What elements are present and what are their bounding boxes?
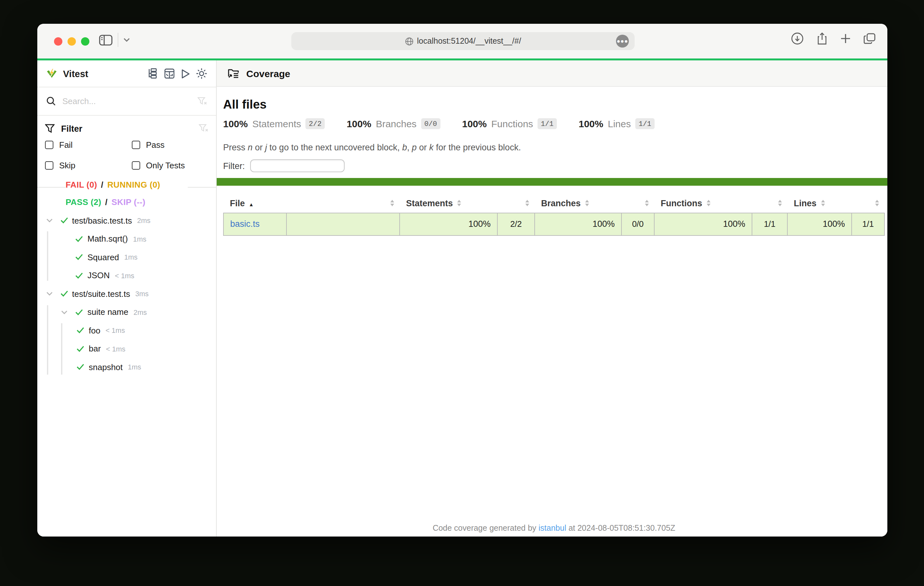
sort-icon[interactable] bbox=[707, 200, 711, 207]
filter-checkbox-skip[interactable]: Skip bbox=[45, 161, 132, 170]
check-icon bbox=[75, 309, 83, 316]
sort-icon[interactable] bbox=[457, 200, 462, 207]
branches-pct-cell: 100% bbox=[535, 213, 622, 235]
branches-frac-cell: 0/0 bbox=[622, 213, 654, 235]
search-icon bbox=[46, 96, 56, 106]
toolbar-divider bbox=[118, 33, 118, 47]
check-icon bbox=[61, 217, 68, 224]
check-icon bbox=[76, 328, 84, 334]
clear-filter-icon[interactable] bbox=[199, 124, 208, 133]
sort-icon[interactable] bbox=[525, 200, 530, 207]
address-bar-url: localhost:51204/__vitest__/#/ bbox=[417, 37, 521, 46]
table-filter-label: Filter: bbox=[223, 161, 245, 171]
tree-item-file[interactable]: test/suite.test.ts 3ms bbox=[37, 285, 216, 303]
tree-item-test[interactable]: JSON < 1ms bbox=[37, 266, 216, 285]
metric-lines: 100% Lines 1/1 bbox=[579, 118, 655, 129]
table-header-row: File▲ Statements Branches Functions Line… bbox=[223, 195, 884, 213]
sort-icon[interactable] bbox=[390, 200, 394, 207]
fraction-badge: 1/1 bbox=[635, 118, 655, 129]
tab-overview-icon[interactable] bbox=[863, 33, 876, 44]
check-icon bbox=[61, 291, 68, 297]
check-icon bbox=[75, 236, 83, 242]
filter-checkbox-only-tests[interactable]: Only Tests bbox=[132, 161, 208, 170]
tree-item-suite[interactable]: suite name 2ms bbox=[37, 303, 216, 321]
tree-item-test[interactable]: snapshot 1ms bbox=[37, 358, 216, 376]
column-header-branches[interactable]: Branches bbox=[535, 195, 622, 213]
check-icon bbox=[76, 364, 84, 370]
column-header-lines-frac[interactable] bbox=[851, 195, 884, 213]
zoom-window-button[interactable] bbox=[81, 37, 89, 46]
run-all-icon[interactable] bbox=[181, 68, 190, 79]
table-filter-input[interactable] bbox=[250, 160, 345, 172]
column-header-file[interactable]: File▲ bbox=[223, 195, 287, 213]
file-cell: basic.ts bbox=[223, 213, 287, 235]
column-header-functions-frac[interactable] bbox=[752, 195, 787, 213]
test-tree: test/basic.test.ts 2ms Math.sqrt() 1ms S… bbox=[37, 211, 216, 376]
share-icon[interactable] bbox=[817, 32, 828, 45]
search-row: Search... bbox=[37, 87, 216, 116]
sort-icon[interactable] bbox=[645, 200, 649, 207]
column-header-lines[interactable]: Lines bbox=[787, 195, 851, 213]
fraction-badge: 0/0 bbox=[421, 118, 441, 129]
column-header-statements-frac[interactable] bbox=[497, 195, 535, 213]
tree-item-test[interactable]: Squared 1ms bbox=[37, 248, 216, 266]
fail-count: FAIL (0) bbox=[66, 180, 97, 189]
lines-pct-cell: 100% bbox=[787, 213, 851, 235]
check-icon bbox=[76, 346, 84, 352]
desktop: localhost:51204/__vitest__/#/ ●●● bbox=[0, 0, 924, 586]
lines-frac-cell: 1/1 bbox=[851, 213, 884, 235]
theme-toggle-icon[interactable] bbox=[196, 68, 207, 79]
checkbox-icon[interactable] bbox=[132, 161, 140, 170]
filter-checkbox-pass[interactable]: Pass bbox=[132, 140, 208, 150]
chevron-down-icon[interactable] bbox=[46, 219, 53, 223]
page-settings-button[interactable]: ●●● bbox=[616, 35, 629, 48]
browser-window: localhost:51204/__vitest__/#/ ●●● bbox=[37, 24, 887, 537]
keyboard-hint: Press n or j to go to the next uncovered… bbox=[223, 143, 885, 152]
test-run-status: FAIL (0) / RUNNING (0) PASS (2) / SKIP (… bbox=[66, 175, 188, 211]
checkbox-icon[interactable] bbox=[45, 141, 53, 149]
column-header-chart[interactable] bbox=[287, 195, 399, 213]
new-tab-icon[interactable] bbox=[840, 33, 851, 44]
tree-item-test[interactable]: Math.sqrt() 1ms bbox=[37, 230, 216, 248]
tree-item-test[interactable]: bar < 1ms bbox=[37, 339, 216, 358]
globe-icon bbox=[405, 37, 413, 45]
chevron-down-icon[interactable] bbox=[46, 292, 53, 296]
filter-checkbox-fail[interactable]: Fail bbox=[45, 140, 132, 150]
statements-frac-cell: 2/2 bbox=[497, 213, 535, 235]
close-window-button[interactable] bbox=[54, 37, 63, 46]
sort-icon[interactable] bbox=[821, 200, 826, 207]
tree-view-icon[interactable] bbox=[147, 68, 158, 79]
column-header-branches-frac[interactable] bbox=[622, 195, 654, 213]
istanbul-link[interactable]: istanbul bbox=[538, 523, 566, 533]
coverage-navbar: Coverage bbox=[217, 60, 887, 87]
chevron-down-icon[interactable] bbox=[61, 310, 68, 314]
statements-pct-cell: 100% bbox=[399, 213, 497, 235]
checkbox-icon[interactable] bbox=[45, 161, 53, 170]
table-row: basic.ts 100% 2/2 100% 0/0 100% 1/1 100%… bbox=[223, 213, 884, 235]
minimize-window-button[interactable] bbox=[68, 37, 76, 46]
sidebar-dropdown-chevron-icon[interactable] bbox=[124, 38, 130, 42]
tree-item-test[interactable]: foo < 1ms bbox=[37, 321, 216, 339]
page-title: All files bbox=[223, 98, 885, 112]
check-icon bbox=[75, 272, 83, 279]
browser-toolbar: localhost:51204/__vitest__/#/ ●●● bbox=[37, 24, 887, 58]
tree-item-file[interactable]: test/basic.test.ts 2ms bbox=[37, 211, 216, 230]
vitest-sidebar: Vitest bbox=[37, 60, 216, 537]
sidebar-header: Vitest bbox=[37, 60, 216, 87]
metric-branches: 100% Branches 0/0 bbox=[346, 118, 440, 129]
dashboard-icon[interactable] bbox=[164, 68, 175, 79]
sort-icon[interactable] bbox=[778, 200, 782, 207]
sort-icon[interactable] bbox=[585, 200, 590, 207]
search-input[interactable]: Search... bbox=[63, 96, 197, 106]
file-link[interactable]: basic.ts bbox=[224, 219, 260, 229]
metric-statements: 100% Statements 2/2 bbox=[223, 118, 325, 129]
clear-search-filter-icon[interactable] bbox=[197, 97, 207, 106]
checkbox-icon[interactable] bbox=[132, 141, 140, 149]
column-header-functions[interactable]: Functions bbox=[654, 195, 752, 213]
coverage-title: Coverage bbox=[246, 68, 290, 79]
downloads-icon[interactable] bbox=[791, 32, 804, 45]
column-header-statements[interactable]: Statements bbox=[399, 195, 497, 213]
address-bar[interactable]: localhost:51204/__vitest__/#/ ●●● bbox=[291, 32, 635, 50]
sidebar-toggle-icon[interactable] bbox=[99, 35, 112, 45]
sort-icon[interactable] bbox=[875, 200, 879, 207]
